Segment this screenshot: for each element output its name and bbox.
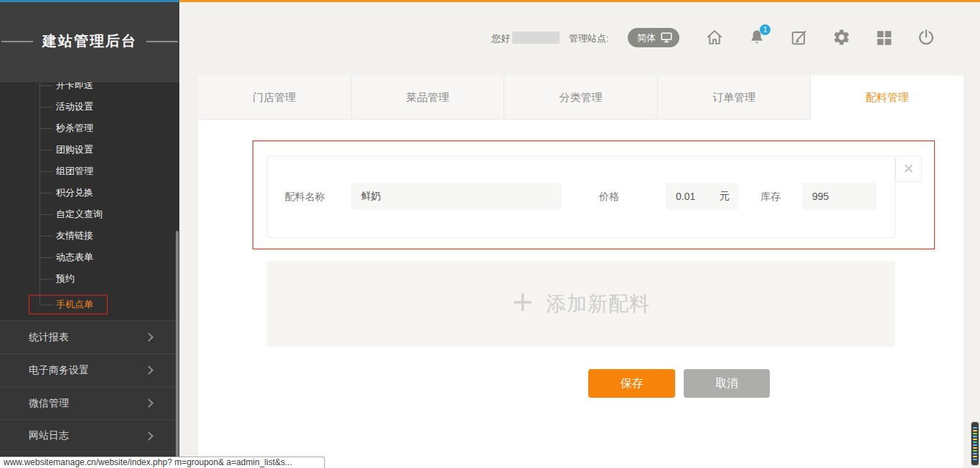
sidebar-item-flash-sale[interactable]: 秒杀管理 [0,118,179,139]
chevron-right-icon [144,366,154,375]
sidebar-sections: 统计报表 电子商务设置 微信管理 网站日志 [0,320,179,452]
site-pill-label: 简体 [637,32,656,44]
app-title: 建站管理后台 [42,32,137,51]
stock-input[interactable]: 995 [802,183,877,210]
ingredient-name-input[interactable]: 鲜奶 [351,183,562,210]
gear-icon[interactable] [832,28,851,47]
sidebar-item-custom-query[interactable]: 自定义查询 [0,204,179,225]
tab-store-management[interactable]: 门店管理 [198,75,352,120]
edit-icon[interactable] [790,28,809,47]
sidebar-item-dynamic-forms[interactable]: 动态表单 [0,247,179,268]
home-icon[interactable] [705,28,724,47]
monitor-icon [661,32,672,43]
chevron-right-icon [144,398,154,408]
section-label: 微信管理 [29,397,69,410]
username-redacted [512,32,560,44]
greeting-text: 您好 [491,32,510,44]
sidebar-scrollbar-thumb[interactable] [176,231,179,464]
price-value: 0.01 [676,191,695,202]
add-new-ingredient-label: 添加新配料 [546,290,650,317]
save-button[interactable]: 保存 [588,369,675,398]
tab-category-management[interactable]: 分类管理 [504,75,658,120]
color-dash [973,427,977,429]
ingredient-name-label: 配料名称 [285,183,325,210]
sidebar-item-reservation[interactable]: 预约 [0,268,179,290]
color-dash [973,459,977,460]
sidebar-top-accent-bar [0,0,179,2]
sidebar-section-statistics[interactable]: 统计报表 [0,320,179,353]
plus-icon: + [512,284,533,320]
color-dash [973,447,977,449]
status-url-tooltip: www.websitemanage.cn/website/index.php? … [0,457,325,468]
tab-bar: 门店管理 菜品管理 分类管理 订单管理 配料管理 [198,75,963,120]
color-dash [973,444,977,446]
color-dash [973,441,977,443]
tab-ingredient-management[interactable]: 配料管理 [811,75,963,120]
content-panel: 门店管理 菜品管理 分类管理 订单管理 配料管理 ✕ 配料名称 鲜奶 价格 0.… [198,75,963,468]
title-dash-left [1,41,33,42]
color-dash [973,433,977,434]
color-dash [973,436,977,437]
sidebar-menu: 开卡即送 活动设置 秒杀管理 团购设置 组团管理 积分兑换 自定义查询 友情链接… [0,75,179,315]
section-label: 统计报表 [29,331,69,344]
close-icon[interactable]: ✕ [895,156,922,182]
section-label: 网站日志 [29,429,69,442]
ingredient-name-value: 鲜奶 [361,190,381,203]
sidebar-item-friend-links[interactable]: 友情链接 [0,225,179,247]
sidebar-section-wechat[interactable]: 微信管理 [0,386,179,419]
section-label: 电子商务设置 [29,364,89,377]
color-dash [973,456,977,457]
color-dash [973,430,977,431]
price-label: 价格 [599,183,619,210]
sidebar-item-group-management[interactable]: 组团管理 [0,161,179,182]
sidebar-item-groupbuy-settings[interactable]: 团购设置 [0,139,179,161]
sidebar-item-activity-settings[interactable]: 活动设置 [0,96,179,118]
header-icon-row: 1 [705,28,936,47]
title-dash-right [146,41,178,42]
sidebar-item-points-exchange[interactable]: 积分兑换 [0,182,179,204]
price-input[interactable]: 0.01 元 [666,183,738,210]
color-dash [973,450,977,452]
grid-icon[interactable] [875,28,893,47]
sidebar-item-mobile-ordering[interactable]: 手机点单 [0,294,179,315]
stock-label: 库存 [760,183,781,210]
add-new-ingredient-button[interactable]: + 添加新配料 [267,261,895,347]
tab-order-management[interactable]: 订单管理 [658,75,811,120]
sidebar: 开卡即送 活动设置 秒杀管理 团购设置 组团管理 积分兑换 自定义查询 友情链接… [0,0,179,468]
notification-badge: 1 [760,24,771,35]
active-item-highlight-box [29,295,108,315]
sidebar-section-site-logs[interactable]: 网站日志 [0,419,179,452]
edge-color-widget[interactable] [971,421,979,466]
power-icon[interactable] [917,28,936,47]
managed-site-label: 管理站点: [569,32,609,44]
site-language-pill[interactable]: 简体 [628,28,679,47]
cancel-button[interactable]: 取消 [684,369,770,398]
chevron-right-icon [144,333,154,342]
chevron-right-icon [144,431,154,441]
stock-value: 995 [812,191,829,202]
price-unit-label: 元 [720,190,730,203]
sidebar-title: 建站管理后台 [0,0,179,82]
main-top-accent-bar [179,0,980,2]
tab-dish-management[interactable]: 菜品管理 [352,75,505,120]
color-dash [973,453,977,454]
sidebar-section-ecommerce[interactable]: 电子商务设置 [0,353,179,386]
color-dash [973,439,977,440]
bell-icon[interactable]: 1 [748,28,766,47]
